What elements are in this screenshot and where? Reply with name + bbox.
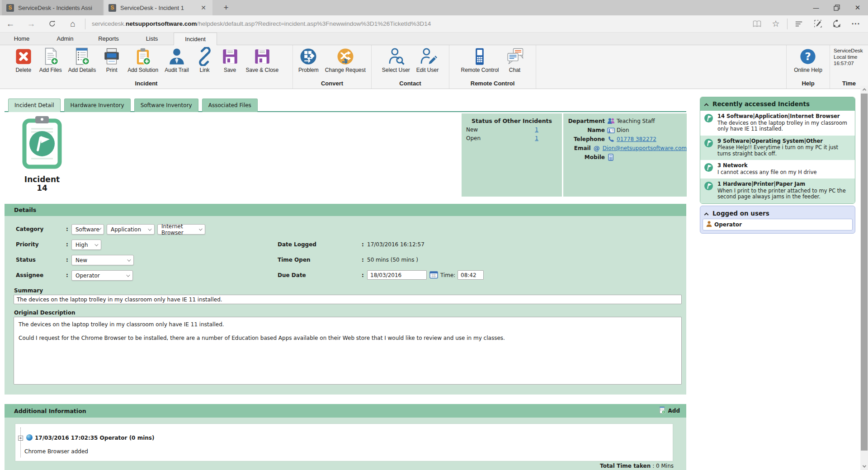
- summary-input[interactable]: [14, 295, 682, 304]
- status-open-count-link[interactable]: 1: [535, 135, 538, 141]
- status-dropdown[interactable]: New: [71, 255, 134, 265]
- add-additional-info-button[interactable]: Add: [658, 404, 680, 418]
- share-icon[interactable]: [827, 15, 846, 33]
- tab-associated-files[interactable]: Associated Files: [202, 99, 258, 112]
- add-details-button[interactable]: Add Details: [65, 47, 99, 74]
- category-level2-dropdown[interactable]: Application: [107, 224, 155, 235]
- print-button[interactable]: Print: [99, 47, 124, 74]
- reading-view-icon[interactable]: [747, 15, 766, 33]
- servicedesk-favicon: S: [6, 4, 14, 12]
- chevron-down-icon: [94, 242, 98, 246]
- browser-tab-incident-1[interactable]: S ServiceDesk - Incident 1 ✕: [104, 0, 212, 15]
- status-of-other-incidents-panel: Status of Other Incidents New 1 Open 1: [462, 113, 562, 197]
- colon: :: [66, 272, 68, 278]
- browser-tab-incidents[interactable]: S ServiceDesk - Incidents Assi: [2, 0, 103, 15]
- save-close-button[interactable]: Save & Close: [243, 47, 282, 74]
- remote-control-button[interactable]: Remote Control: [458, 47, 502, 74]
- original-description-textarea[interactable]: The devices on the laptop trolley in my …: [14, 317, 682, 385]
- tab-software-inventory[interactable]: Software Inventory: [134, 99, 198, 112]
- minimize-button[interactable]: ―: [806, 0, 826, 15]
- colon: :: [66, 257, 68, 263]
- save-icon: [221, 47, 240, 66]
- favorites-star-icon[interactable]: ☆: [766, 15, 785, 33]
- assignee-dropdown[interactable]: Operator: [71, 270, 133, 281]
- priority-label: Priority: [16, 241, 39, 248]
- incident-type-label: Incident: [13, 175, 71, 184]
- scrollbar-thumb[interactable]: [861, 94, 868, 451]
- refresh-icon[interactable]: [42, 15, 62, 33]
- hub-icon[interactable]: [789, 15, 808, 33]
- due-time-input[interactable]: [458, 270, 484, 280]
- home-icon[interactable]: ⌂: [62, 15, 83, 33]
- problem-button[interactable]: Problem: [295, 47, 322, 74]
- department-icon: [606, 118, 615, 125]
- add-solution-button[interactable]: Add Solution: [124, 47, 161, 74]
- ribbon-group-help: ? Online Help Help: [787, 45, 830, 89]
- logged-on-user-item[interactable]: Operator: [703, 219, 853, 230]
- link-icon: [195, 47, 214, 66]
- menu-incident[interactable]: Incident: [174, 33, 217, 45]
- scroll-up-arrow-icon[interactable]: [860, 86, 868, 93]
- email-link[interactable]: Dion@netsupportsoftware.com: [603, 145, 687, 151]
- entry-body: Chrome Browser added: [24, 448, 88, 455]
- add-solution-icon: [133, 47, 152, 66]
- tab-hardware-inventory[interactable]: Hardware Inventory: [64, 99, 131, 112]
- servicedesk-favicon: S: [108, 4, 116, 12]
- divider: [85, 19, 85, 29]
- close-button[interactable]: ✕: [847, 0, 868, 15]
- web-note-icon[interactable]: [808, 15, 827, 33]
- online-help-button[interactable]: ? Online Help: [791, 47, 826, 74]
- add-files-button[interactable]: Add Files: [36, 47, 65, 74]
- recent-incident-item[interactable]: 3 Network I cannot access any file on my…: [700, 160, 855, 179]
- menu-lists[interactable]: Lists: [130, 33, 174, 45]
- ribbon-group-contact: Select User Edit User Contact: [372, 45, 449, 89]
- status-new-count-link[interactable]: 1: [535, 127, 538, 133]
- address-bar-actions: ☆ ···: [747, 15, 865, 33]
- select-user-icon: [387, 47, 406, 66]
- menu-admin[interactable]: Admin: [43, 33, 87, 45]
- save-button[interactable]: Save: [217, 47, 243, 74]
- print-icon: [102, 47, 121, 66]
- recent-incident-item[interactable]: 14 Software|Application|Internet Browser…: [700, 111, 855, 136]
- email-label: Email: [563, 145, 591, 151]
- recent-incident-item[interactable]: 9 Software|Operating System|Other Please…: [700, 136, 855, 160]
- back-icon[interactable]: ←: [0, 15, 21, 33]
- mobile-icon: [606, 154, 615, 161]
- due-date-input[interactable]: [367, 270, 427, 280]
- new-tab-button[interactable]: +: [218, 0, 234, 15]
- telephone-label: Telephone: [563, 136, 605, 142]
- chat-button[interactable]: Chat: [502, 47, 528, 74]
- assignee-label: Assignee: [16, 272, 43, 278]
- recent-incident-item[interactable]: 1 Hardware|Printer|Paper Jam When I prin…: [700, 179, 855, 203]
- recent-incidents-header[interactable]: Recently accessed Incidents: [700, 97, 855, 111]
- logged-on-users-header[interactable]: Logged on users: [703, 208, 853, 219]
- url-field[interactable]: servicedesk.netsupportsoftware.com/helpd…: [92, 20, 747, 27]
- change-request-button[interactable]: Change Request: [322, 47, 369, 74]
- audit-trail-button[interactable]: Audit Trail: [161, 47, 192, 74]
- category-level3-dropdown[interactable]: Internet Browser: [157, 224, 205, 235]
- delete-button[interactable]: Delete: [11, 47, 36, 74]
- scroll-down-arrow-icon[interactable]: [860, 463, 868, 470]
- date-logged-label: Date Logged: [278, 241, 316, 248]
- page-scrollbar[interactable]: [860, 86, 868, 470]
- calendar-icon[interactable]: [429, 270, 438, 281]
- more-actions-icon[interactable]: ···: [846, 15, 865, 33]
- restore-button[interactable]: [826, 0, 847, 15]
- priority-dropdown[interactable]: High: [71, 240, 101, 250]
- servicedesk-incident-screen: S ServiceDesk - Incidents Assi S Service…: [0, 0, 868, 470]
- collapse-chevron-icon[interactable]: [704, 212, 709, 217]
- link-button[interactable]: Link: [192, 47, 217, 74]
- tree-expand-icon[interactable]: +: [18, 436, 23, 441]
- forward-icon[interactable]: →: [21, 15, 42, 33]
- tab-close-icon[interactable]: ✕: [199, 4, 208, 11]
- telephone-link[interactable]: 01778 382272: [617, 136, 656, 142]
- tab-incident-detail[interactable]: Incident Detail: [8, 99, 61, 112]
- category-level1-dropdown[interactable]: Software: [71, 224, 104, 235]
- select-user-button[interactable]: Select User: [379, 47, 413, 74]
- menu-reports[interactable]: Reports: [87, 33, 130, 45]
- menu-home[interactable]: Home: [0, 33, 43, 45]
- email-at-icon: @: [592, 145, 601, 152]
- edit-user-button[interactable]: Edit User: [413, 47, 442, 74]
- status-label: Status: [16, 257, 36, 263]
- collapse-chevron-icon[interactable]: [704, 103, 709, 108]
